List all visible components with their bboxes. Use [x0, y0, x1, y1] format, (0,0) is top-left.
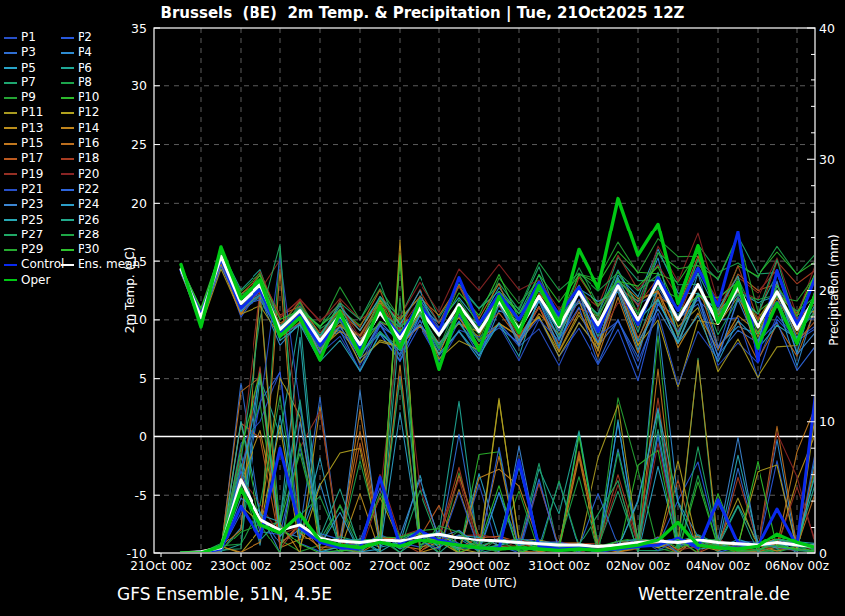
legend-item-P26: P26	[61, 213, 140, 228]
legend-swatch	[61, 158, 74, 160]
legend-swatch	[4, 279, 17, 281]
legend-label: P28	[78, 228, 100, 242]
legend-item-P25: P25	[4, 213, 61, 228]
date-tick-label: 29Oct 00z	[448, 559, 509, 573]
legend-swatch	[61, 112, 74, 114]
legend-label: P5	[21, 61, 36, 76]
legend-swatch	[4, 249, 17, 251]
legend-item-P24: P24	[61, 197, 140, 212]
temp-tick-label: 5	[139, 371, 147, 385]
legend-item-P3: P3	[4, 45, 61, 60]
legend-label: P6	[78, 61, 92, 76]
legend-label: P21	[21, 182, 44, 197]
temp-axis-title: 2m Temp. (°C)	[123, 247, 137, 334]
legend-swatch	[4, 173, 17, 175]
legend-label: P25	[21, 213, 44, 228]
legend-item-P19: P19	[4, 167, 61, 182]
legend-swatch	[4, 82, 17, 84]
legend-label: P17	[21, 151, 44, 166]
legend-item-P2: P2	[61, 30, 140, 45]
legend-label: P14	[78, 121, 100, 136]
legend-swatch	[4, 127, 17, 129]
ensemble-legend: P1P2P3P4P5P6P7P8P9P10P11P12P13P14P15P16P…	[4, 30, 140, 288]
legend-item-P1: P1	[4, 30, 61, 45]
legend-item-oper: Oper	[4, 273, 61, 288]
legend-label: P7	[21, 76, 36, 90]
date-tick-label: 31Oct 00z	[528, 559, 589, 573]
legend-label: Oper	[21, 273, 50, 288]
legend-item-P13: P13	[4, 121, 61, 136]
legend-item-P6: P6	[61, 61, 140, 76]
legend-item-P28: P28	[61, 228, 140, 242]
legend-item-P27: P27	[4, 228, 61, 242]
precip-tick-label: 30	[819, 152, 835, 167]
legend-item-P8: P8	[61, 76, 140, 90]
legend-swatch	[4, 52, 17, 54]
temp-tick-label: 0	[139, 429, 147, 444]
precip-tick-label: 10	[819, 414, 835, 429]
legend-label: Control	[21, 257, 64, 272]
legend-item-P22: P22	[61, 182, 140, 197]
date-tick-label: 27Oct 00z	[369, 559, 429, 573]
legend-label: P23	[21, 197, 44, 212]
legend-swatch	[61, 82, 74, 84]
legend-swatch	[4, 67, 17, 69]
legend-swatch	[4, 264, 17, 266]
legend-swatch	[4, 204, 17, 206]
legend-label: P9	[21, 90, 36, 105]
precip-tick-label: 40	[819, 21, 835, 36]
legend-item-P21: P21	[4, 182, 61, 197]
legend-item-P17: P17	[4, 151, 61, 166]
legend-swatch	[61, 37, 74, 39]
date-tick-label: 06Nov 00z	[765, 559, 829, 573]
legend-item-P12: P12	[61, 105, 140, 120]
legend-item-P16: P16	[61, 136, 140, 151]
legend-item-P20: P20	[61, 167, 140, 182]
legend-item-P5: P5	[4, 61, 61, 76]
legend-label: P19	[21, 167, 44, 182]
legend-label: P10	[78, 90, 100, 105]
legend-swatch	[4, 234, 17, 236]
legend-label: P22	[78, 182, 100, 197]
legend-item-P23: P23	[4, 197, 61, 212]
legend-label: P15	[21, 136, 44, 151]
legend-label: P20	[78, 167, 100, 182]
legend-label: P8	[78, 76, 92, 90]
legend-swatch	[61, 143, 74, 145]
model-info-text: GFS Ensemble, 51N, 4.5E	[117, 584, 332, 604]
legend-item-P10: P10	[61, 90, 140, 105]
legend-item-P15: P15	[4, 136, 61, 151]
legend-item-P11: P11	[4, 105, 61, 120]
legend-label: P24	[78, 197, 100, 212]
legend-label: P3	[21, 45, 36, 60]
legend-swatch	[61, 219, 74, 221]
legend-swatch	[61, 249, 74, 251]
legend-swatch	[61, 97, 74, 99]
legend-swatch	[4, 97, 17, 99]
legend-label: P13	[21, 121, 44, 136]
legend-label: P16	[78, 136, 100, 151]
date-axis-title: Date (UTC)	[451, 576, 517, 590]
legend-swatch	[61, 234, 74, 236]
legend-label: P26	[78, 213, 100, 228]
legend-item-P7: P7	[4, 76, 61, 90]
legend-swatch	[4, 112, 17, 114]
legend-label: P30	[78, 242, 100, 257]
date-tick-label: 04Nov 00z	[686, 559, 750, 573]
date-tick-label: 02Nov 00z	[606, 559, 670, 573]
legend-item-control: Control	[4, 257, 61, 272]
legend-swatch	[4, 158, 17, 160]
legend-label: P2	[78, 30, 92, 45]
legend-swatch	[4, 219, 17, 221]
legend-item-P14: P14	[61, 121, 140, 136]
precip-axis-title: Precipitation (mm)	[827, 234, 841, 346]
source-credit-text: Wetterzentrale.de	[638, 584, 790, 604]
series-lines	[181, 199, 817, 553]
legend-swatch	[61, 189, 74, 191]
date-tick-label: 23Oct 00z	[210, 559, 270, 573]
legend-item-P9: P9	[4, 90, 61, 105]
legend-swatch	[61, 173, 74, 175]
temp-tick-label: -5	[135, 488, 147, 503]
chart-title: Brussels (BE) 2m Temp. & Precipitation |…	[0, 4, 845, 22]
legend-swatch	[4, 189, 17, 191]
